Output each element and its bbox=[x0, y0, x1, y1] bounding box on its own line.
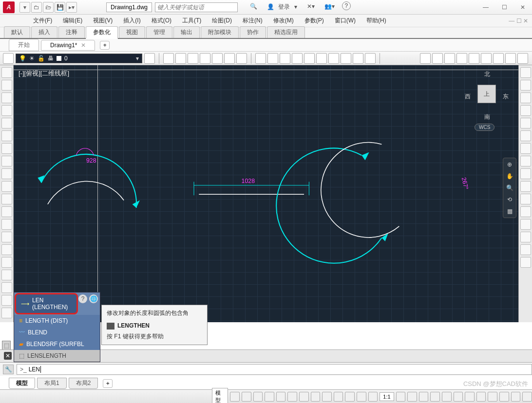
r2-icon[interactable] bbox=[432, 53, 443, 64]
ortho-toggle-icon[interactable] bbox=[253, 392, 263, 402]
q3-icon[interactable] bbox=[280, 53, 290, 64]
search-icon[interactable]: 🔍 bbox=[247, 1, 260, 13]
fillet-icon[interactable] bbox=[1, 206, 12, 217]
menu-collapse-icon[interactable]: — ☐ ✕ bbox=[505, 16, 532, 26]
p2-icon[interactable] bbox=[175, 53, 186, 64]
q1-icon[interactable] bbox=[255, 53, 266, 64]
s12-icon[interactable] bbox=[476, 392, 486, 402]
r9-icon[interactable] bbox=[517, 53, 528, 64]
p5-icon[interactable] bbox=[212, 53, 223, 64]
wrench-icon[interactable]: 🔧 bbox=[3, 365, 14, 374]
dim-space-icon[interactable] bbox=[520, 257, 531, 268]
dim-upd-icon[interactable] bbox=[520, 232, 531, 242]
dim-style-icon[interactable] bbox=[520, 219, 531, 230]
tab-model[interactable]: 模型 bbox=[9, 378, 35, 389]
app-logo[interactable]: A bbox=[3, 1, 15, 13]
customize-icon[interactable] bbox=[522, 392, 532, 402]
stretch-icon[interactable] bbox=[1, 270, 12, 280]
pline-icon[interactable] bbox=[1, 80, 12, 91]
r1-icon[interactable] bbox=[420, 53, 431, 64]
layerprop-icon[interactable] bbox=[3, 53, 14, 64]
p3-icon[interactable] bbox=[188, 53, 198, 64]
mirror-icon[interactable] bbox=[1, 244, 12, 255]
hatch-icon[interactable] bbox=[1, 143, 12, 154]
cycle-icon[interactable] bbox=[322, 392, 332, 402]
open-icon[interactable]: 🗀 bbox=[31, 2, 42, 13]
tab-layout1[interactable]: 布局1 bbox=[37, 378, 67, 389]
view-cube[interactable]: 北 南 西 东 上 WCS bbox=[465, 70, 509, 133]
r5-icon[interactable] bbox=[469, 53, 479, 64]
dim-base-icon[interactable] bbox=[520, 156, 531, 166]
minimize-button[interactable]: — bbox=[476, 0, 495, 14]
exchange-icon[interactable]: ✕▾ bbox=[304, 1, 317, 13]
ac-item-lengthen[interactable]: ⟶LEN (LENGTHEN) bbox=[15, 293, 78, 314]
dim-radius-icon[interactable] bbox=[520, 118, 531, 128]
orbit-icon[interactable]: ⟲ bbox=[507, 196, 512, 203]
offset-icon[interactable] bbox=[1, 232, 12, 242]
menu-view[interactable]: 视图(V) bbox=[89, 15, 116, 27]
doctab-start[interactable]: 开始 bbox=[9, 39, 39, 51]
search-input[interactable] bbox=[155, 2, 238, 12]
q6-icon[interactable] bbox=[316, 53, 327, 64]
ac-item-dist[interactable]: ≡LENGTH (DIST) bbox=[14, 315, 100, 327]
tab-layout2[interactable]: 布局2 bbox=[69, 378, 98, 389]
erase-icon[interactable] bbox=[1, 295, 12, 306]
dim-arc-icon[interactable] bbox=[520, 105, 531, 116]
ac-globe-icon[interactable]: 🌐 bbox=[89, 294, 98, 303]
maximize-button[interactable]: ☐ bbox=[495, 0, 513, 14]
layer-selector[interactable]: 💡 ☀ 🔓 🖶 0 ▾ bbox=[16, 54, 142, 63]
close-button[interactable]: ✕ bbox=[513, 0, 532, 14]
s13-icon[interactable] bbox=[488, 392, 497, 402]
move-icon[interactable] bbox=[1, 156, 12, 166]
q10-icon[interactable] bbox=[365, 53, 376, 64]
p4-icon[interactable] bbox=[200, 53, 210, 64]
p7-icon[interactable] bbox=[236, 53, 247, 64]
s7-icon[interactable] bbox=[419, 392, 429, 402]
menu-dim[interactable]: 标注(N) bbox=[239, 15, 266, 27]
s9-icon[interactable] bbox=[442, 392, 452, 402]
s15-icon[interactable] bbox=[511, 392, 521, 402]
r6-icon[interactable] bbox=[481, 53, 492, 64]
rotate-icon[interactable] bbox=[1, 168, 12, 179]
ribtab-featured[interactable]: 精选应用 bbox=[267, 26, 305, 38]
menu-tools[interactable]: 工具(T) bbox=[178, 15, 205, 27]
menu-window[interactable]: 窗口(W) bbox=[331, 15, 360, 27]
dim-edit-icon[interactable] bbox=[520, 206, 531, 217]
menu-file[interactable]: 文件(F) bbox=[29, 15, 56, 27]
menu-insert[interactable]: 插入(I) bbox=[119, 15, 144, 27]
help-icon[interactable]: ? bbox=[342, 1, 351, 10]
ribtab-insert[interactable]: 插入 bbox=[31, 26, 57, 38]
cmd-close-icon[interactable]: ✕ bbox=[4, 352, 12, 360]
command-input[interactable]: >_ LEN bbox=[17, 364, 532, 375]
dim-ord-icon[interactable] bbox=[520, 143, 531, 154]
grid-toggle-icon[interactable] bbox=[230, 392, 240, 402]
ac-item-blendsrf[interactable]: ▰BLENDSRF (SURFBL bbox=[14, 338, 100, 350]
s11-icon[interactable] bbox=[465, 392, 475, 402]
menu-format[interactable]: 格式(O) bbox=[148, 15, 175, 27]
status-scale[interactable]: 1:1 bbox=[380, 392, 394, 401]
scale-icon[interactable] bbox=[1, 257, 12, 268]
p6-icon[interactable] bbox=[224, 53, 235, 64]
explode-icon[interactable] bbox=[1, 308, 12, 318]
q8-icon[interactable] bbox=[341, 53, 351, 64]
menu-draw[interactable]: 绘图(D) bbox=[208, 15, 236, 27]
s14-icon[interactable] bbox=[499, 392, 509, 402]
rect-icon[interactable] bbox=[1, 118, 12, 128]
chevron-down-icon[interactable]: ▾ bbox=[136, 55, 139, 62]
fullnav-icon[interactable]: ⊕ bbox=[507, 161, 512, 168]
ribtab-parametric[interactable]: 参数化 bbox=[86, 26, 118, 39]
doctab-drawing1[interactable]: Drawing1*✕ bbox=[41, 40, 95, 51]
s3-icon[interactable] bbox=[357, 392, 366, 402]
dim-diameter-icon[interactable] bbox=[520, 130, 531, 141]
menu-help[interactable]: 帮助(H) bbox=[362, 15, 390, 27]
ribtab-collab[interactable]: 协作 bbox=[240, 26, 266, 38]
s6-icon[interactable] bbox=[407, 392, 417, 402]
dim-cont-icon[interactable] bbox=[520, 168, 531, 179]
layerstates-icon[interactable] bbox=[144, 53, 155, 64]
osnap-toggle-icon[interactable] bbox=[276, 392, 286, 402]
navigation-bar[interactable]: ⊕ ✋ 🔍 ⟲ ▦ bbox=[503, 158, 516, 218]
status-model[interactable]: 模型 bbox=[212, 388, 228, 403]
s8-icon[interactable] bbox=[430, 392, 440, 402]
otrack-toggle-icon[interactable] bbox=[287, 392, 297, 402]
new-icon[interactable]: ▾ bbox=[19, 2, 30, 13]
